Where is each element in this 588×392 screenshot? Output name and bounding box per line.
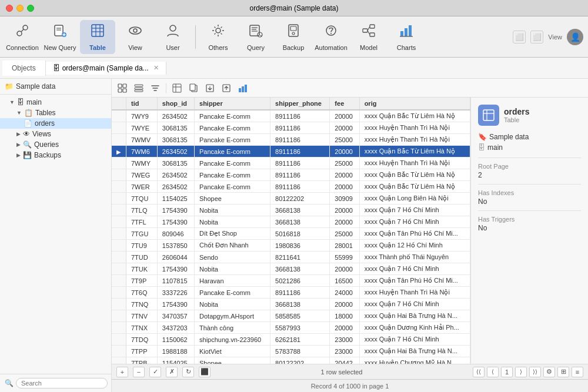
cell-fee: 20000 <box>330 216 359 228</box>
sub-btn-list[interactable] <box>132 82 146 95</box>
right-panel-title-area: orders Table <box>504 107 530 123</box>
table-row[interactable]: 7TNX3437203Thành công558799320000xxxx Qu… <box>112 322 470 334</box>
table-row[interactable]: 7TUK1754390Nobita366813820000xxxx Quận 7… <box>112 263 470 275</box>
window-title: orders@main (Sample data) <box>250 4 339 12</box>
view-toggle-2[interactable]: ⬜ <box>530 31 543 43</box>
stop-button[interactable]: ⬛ <box>199 367 211 377</box>
sub-btn-grid[interactable] <box>115 82 129 95</box>
col-shipper: shipper <box>195 98 270 110</box>
cell-fee: 18000 <box>330 310 359 322</box>
table-row[interactable]: 7TGU809046Dít Đẹt Shop501681825000xxxx Q… <box>112 228 470 240</box>
row-marker <box>112 216 126 228</box>
cell-fee: 20000 <box>330 181 359 193</box>
cancel-button[interactable]: ✗ <box>166 367 178 377</box>
remove-row-button[interactable]: − <box>133 367 145 377</box>
cell-fee: 25000 <box>330 134 359 146</box>
table-body: 7WY92634502Pancake E-comm891118620000xxx… <box>112 110 470 364</box>
table-row[interactable]: 7WY92634502Pancake E-comm891118620000xxx… <box>112 110 470 122</box>
last-page-button[interactable]: ⟩⟩ <box>529 367 541 377</box>
table-row[interactable]: 7WEG2634502Pancake E-comm891118620000xxx… <box>112 169 470 181</box>
table-row[interactable]: 7T9P1107815Haravan502128616500xxxx Quận … <box>112 275 470 287</box>
toolbar-charts[interactable]: Charts <box>389 20 424 54</box>
table-row[interactable]: 7TQU1154025Shopee8012220230909xxxx Quận … <box>112 193 470 205</box>
add-row-button[interactable]: + <box>116 367 128 377</box>
status-left: + − ✓ ✗ ↻ ⬛ <box>116 367 211 377</box>
cell-shop_id: 3470357 <box>157 310 194 322</box>
sub-btn-copy[interactable] <box>186 82 201 95</box>
table-row[interactable]: 7WMY3068135Pancake E-comm891118625000xxx… <box>112 158 470 169</box>
first-page-button[interactable]: ⟨⟨ <box>473 367 485 377</box>
toolbar-others[interactable]: Others <box>201 20 236 54</box>
minimize-button[interactable] <box>16 5 24 12</box>
user-avatar[interactable]: 👤 <box>567 29 583 45</box>
sidebar-item-tables[interactable]: ▼ 📋 Tables <box>0 108 111 118</box>
cell-orig: xxxx Quận Bắc Từ Liêm Hà Nộ <box>359 169 470 181</box>
cell-orig: xxxx Quận 7 Hồ Chí Minh <box>359 334 470 346</box>
sub-btn-table[interactable] <box>170 82 184 95</box>
table-row[interactable]: 7WER2634502Pancake E-comm891118620000xxx… <box>112 181 470 193</box>
sidebar-item-backups[interactable]: ▶ 💾 Backups <box>0 150 111 160</box>
table-row[interactable]: 7TNV3470357Dotapgym.AHsport585858518000x… <box>112 310 470 322</box>
sidebar-item-views[interactable]: ▶ 👁 Views <box>0 129 111 139</box>
cell-tid: 7TLQ <box>126 205 158 216</box>
table-row[interactable]: 7TU91537850Chốt Đơn Nhanh198083628001xxx… <box>112 240 470 252</box>
db-tab-close[interactable]: ✕ <box>153 64 159 72</box>
toolbar-new-query[interactable]: New Query <box>42 20 78 54</box>
row-marker <box>112 110 126 122</box>
sub-btn-filter[interactable] <box>148 82 162 95</box>
cell-shop_id: 3437203 <box>157 322 194 334</box>
toolbar-connection[interactable]: Connection <box>5 20 40 54</box>
sub-btn-import[interactable] <box>219 82 233 95</box>
table-row[interactable]: 7TPP1988188KiotViet578378823000xxxx Quận… <box>112 346 470 357</box>
sidebar-item-main[interactable]: ▼ 🗄 main <box>0 97 111 108</box>
page-settings-button[interactable]: ⚙ <box>543 367 555 377</box>
sub-btn-export[interactable] <box>203 82 217 95</box>
database-icon: 🗄 <box>478 143 485 152</box>
user-icon <box>165 23 181 42</box>
svg-rect-38 <box>118 84 122 88</box>
grid-view-button[interactable]: ⊞ <box>557 367 569 377</box>
table-row[interactable]: 7TDQ1150062shipchung.vn-2239606262181230… <box>112 334 470 346</box>
table-row[interactable]: 7WYE3068135Pancake E-comm891118620000xxx… <box>112 122 470 134</box>
queries-icon: 🔍 <box>23 140 32 149</box>
table-row[interactable]: 7TLQ1754390Nobita366813820000xxxx Quận 7… <box>112 205 470 216</box>
search-input[interactable] <box>16 378 108 388</box>
table-row[interactable]: 7TNQ1754390Nobita366813820000xxxx Quận 7… <box>112 299 470 310</box>
svg-rect-42 <box>135 85 143 86</box>
sidebar-item-orders[interactable]: 📄 orders <box>0 118 111 129</box>
row-marker-header <box>112 98 126 110</box>
list-view-button[interactable]: ≡ <box>572 367 583 377</box>
row-marker <box>112 310 126 322</box>
cell-orig: xxxx Huyện Thanh Trì Hà Nội <box>359 287 470 299</box>
schema-value: Sample data <box>489 133 529 141</box>
refresh-button[interactable]: ↻ <box>182 367 194 377</box>
table-row[interactable]: 7TUD2606044Sendo821164155999xxxx Thành p… <box>112 252 470 263</box>
svg-point-15 <box>133 29 137 32</box>
toolbar-automation[interactable]: Automation <box>313 20 349 54</box>
sidebar-item-queries[interactable]: ▶ 🔍 Queries <box>0 139 111 150</box>
col-orig: orig <box>359 98 470 110</box>
table-row[interactable]: 7TFL1754390Nobita366813820000xxxx Quận 7… <box>112 216 470 228</box>
close-button[interactable] <box>6 5 13 12</box>
database-value: main <box>487 143 503 152</box>
prev-page-button[interactable]: ⟨ <box>487 367 499 377</box>
cell-shipper_phone: 8211641 <box>270 252 330 263</box>
toolbar-user[interactable]: User <box>155 20 191 54</box>
table-row[interactable]: 7TPB1154025Shopee8012220220442xxxx Huyện… <box>112 357 470 364</box>
table-row[interactable]: 7T6Q3337226Pancake E-comm891118624000xxx… <box>112 287 470 299</box>
sub-btn-chart[interactable] <box>236 82 250 95</box>
toolbar-query[interactable]: Query <box>238 20 273 54</box>
view-toggle-1[interactable]: ⬜ <box>513 31 526 43</box>
objects-tab[interactable]: Objects <box>2 61 46 76</box>
toolbar-backup[interactable]: Backup <box>276 20 311 54</box>
toolbar-model[interactable]: Model <box>351 20 386 54</box>
toolbar-view[interactable]: View <box>118 20 153 54</box>
table-row[interactable]: ▶7WM62634502Pancake E-comm891118620000xx… <box>112 146 470 158</box>
next-page-button[interactable]: ⟩ <box>515 367 527 377</box>
maximize-button[interactable] <box>27 5 34 12</box>
confirm-button[interactable]: ✓ <box>149 367 161 377</box>
db-tab[interactable]: 🗄 orders@main (Sample da... ✕ <box>46 62 166 75</box>
table-row[interactable]: 7WMV3068135Pancake E-comm891118625000xxx… <box>112 134 470 146</box>
cell-orig: xxxx Quận Bắc Từ Liêm Hà Nộ <box>359 146 470 158</box>
toolbar-table[interactable]: Table <box>80 20 115 54</box>
